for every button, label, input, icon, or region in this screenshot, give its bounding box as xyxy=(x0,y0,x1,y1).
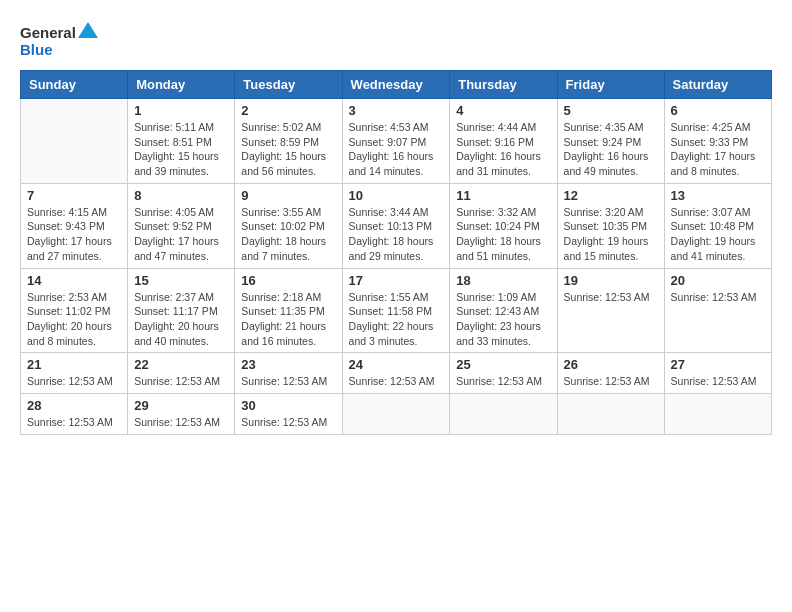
day-cell: 20Sunrise: 12:53 AM xyxy=(664,268,771,353)
day-cell: 21Sunrise: 12:53 AM xyxy=(21,353,128,394)
day-cell: 10Sunrise: 3:44 AM Sunset: 10:13 PM Dayl… xyxy=(342,183,450,268)
day-number: 18 xyxy=(456,273,550,288)
day-number: 5 xyxy=(564,103,658,118)
day-number: 12 xyxy=(564,188,658,203)
calendar-table: SundayMondayTuesdayWednesdayThursdayFrid… xyxy=(20,70,772,435)
day-info: Sunrise: 1:55 AM Sunset: 11:58 PM Daylig… xyxy=(349,290,444,349)
day-number: 7 xyxy=(27,188,121,203)
day-number: 4 xyxy=(456,103,550,118)
day-cell: 28Sunrise: 12:53 AM xyxy=(21,393,128,434)
day-cell: 4Sunrise: 4:44 AM Sunset: 9:16 PM Daylig… xyxy=(450,99,557,184)
day-info: Sunrise: 12:53 AM xyxy=(27,415,121,430)
day-info: Sunrise: 12:53 AM xyxy=(349,374,444,389)
day-cell: 30Sunrise: 12:53 AM xyxy=(235,393,342,434)
day-info: Sunrise: 3:55 AM Sunset: 10:02 PM Daylig… xyxy=(241,205,335,264)
week-row-2: 7Sunrise: 4:15 AM Sunset: 9:43 PM Daylig… xyxy=(21,183,772,268)
day-info: Sunrise: 4:25 AM Sunset: 9:33 PM Dayligh… xyxy=(671,120,765,179)
day-info: Sunrise: 4:05 AM Sunset: 9:52 PM Dayligh… xyxy=(134,205,228,264)
week-row-3: 14Sunrise: 2:53 AM Sunset: 11:02 PM Dayl… xyxy=(21,268,772,353)
col-header-wednesday: Wednesday xyxy=(342,71,450,99)
day-info: Sunrise: 4:15 AM Sunset: 9:43 PM Dayligh… xyxy=(27,205,121,264)
day-cell: 19Sunrise: 12:53 AM xyxy=(557,268,664,353)
day-cell: 15Sunrise: 2:37 AM Sunset: 11:17 PM Dayl… xyxy=(128,268,235,353)
day-number: 20 xyxy=(671,273,765,288)
logo-svg: General Blue xyxy=(20,20,100,60)
week-row-5: 28Sunrise: 12:53 AM29Sunrise: 12:53 AM30… xyxy=(21,393,772,434)
col-header-saturday: Saturday xyxy=(664,71,771,99)
logo: General Blue xyxy=(20,20,100,60)
day-cell: 23Sunrise: 12:53 AM xyxy=(235,353,342,394)
day-cell: 16Sunrise: 2:18 AM Sunset: 11:35 PM Dayl… xyxy=(235,268,342,353)
day-cell: 9Sunrise: 3:55 AM Sunset: 10:02 PM Dayli… xyxy=(235,183,342,268)
day-info: Sunrise: 12:53 AM xyxy=(241,415,335,430)
day-number: 1 xyxy=(134,103,228,118)
day-info: Sunrise: 12:53 AM xyxy=(241,374,335,389)
day-cell: 8Sunrise: 4:05 AM Sunset: 9:52 PM Daylig… xyxy=(128,183,235,268)
day-cell: 26Sunrise: 12:53 AM xyxy=(557,353,664,394)
day-cell: 1Sunrise: 5:11 AM Sunset: 8:51 PM Daylig… xyxy=(128,99,235,184)
day-info: Sunrise: 12:53 AM xyxy=(671,374,765,389)
col-header-thursday: Thursday xyxy=(450,71,557,99)
day-info: Sunrise: 4:53 AM Sunset: 9:07 PM Dayligh… xyxy=(349,120,444,179)
day-cell xyxy=(557,393,664,434)
day-number: 15 xyxy=(134,273,228,288)
day-cell: 17Sunrise: 1:55 AM Sunset: 11:58 PM Dayl… xyxy=(342,268,450,353)
day-info: Sunrise: 1:09 AM Sunset: 12:43 AM Daylig… xyxy=(456,290,550,349)
svg-text:Blue: Blue xyxy=(20,41,53,58)
day-cell: 18Sunrise: 1:09 AM Sunset: 12:43 AM Dayl… xyxy=(450,268,557,353)
day-number: 27 xyxy=(671,357,765,372)
day-number: 3 xyxy=(349,103,444,118)
day-info: Sunrise: 12:53 AM xyxy=(134,374,228,389)
day-number: 22 xyxy=(134,357,228,372)
day-info: Sunrise: 2:53 AM Sunset: 11:02 PM Daylig… xyxy=(27,290,121,349)
day-number: 8 xyxy=(134,188,228,203)
day-number: 2 xyxy=(241,103,335,118)
svg-marker-2 xyxy=(78,22,98,38)
day-info: Sunrise: 12:53 AM xyxy=(564,290,658,305)
day-number: 11 xyxy=(456,188,550,203)
day-number: 24 xyxy=(349,357,444,372)
col-header-monday: Monday xyxy=(128,71,235,99)
day-info: Sunrise: 4:44 AM Sunset: 9:16 PM Dayligh… xyxy=(456,120,550,179)
day-cell: 29Sunrise: 12:53 AM xyxy=(128,393,235,434)
day-cell: 7Sunrise: 4:15 AM Sunset: 9:43 PM Daylig… xyxy=(21,183,128,268)
day-cell: 13Sunrise: 3:07 AM Sunset: 10:48 PM Dayl… xyxy=(664,183,771,268)
day-cell xyxy=(342,393,450,434)
day-info: Sunrise: 3:07 AM Sunset: 10:48 PM Daylig… xyxy=(671,205,765,264)
day-number: 25 xyxy=(456,357,550,372)
days-header-row: SundayMondayTuesdayWednesdayThursdayFrid… xyxy=(21,71,772,99)
day-cell: 14Sunrise: 2:53 AM Sunset: 11:02 PM Dayl… xyxy=(21,268,128,353)
day-cell: 3Sunrise: 4:53 AM Sunset: 9:07 PM Daylig… xyxy=(342,99,450,184)
day-cell: 11Sunrise: 3:32 AM Sunset: 10:24 PM Dayl… xyxy=(450,183,557,268)
day-cell: 24Sunrise: 12:53 AM xyxy=(342,353,450,394)
col-header-tuesday: Tuesday xyxy=(235,71,342,99)
day-cell: 22Sunrise: 12:53 AM xyxy=(128,353,235,394)
day-info: Sunrise: 12:53 AM xyxy=(456,374,550,389)
day-cell xyxy=(21,99,128,184)
day-number: 26 xyxy=(564,357,658,372)
day-number: 19 xyxy=(564,273,658,288)
day-number: 21 xyxy=(27,357,121,372)
day-number: 10 xyxy=(349,188,444,203)
day-number: 28 xyxy=(27,398,121,413)
day-number: 17 xyxy=(349,273,444,288)
day-cell xyxy=(664,393,771,434)
day-info: Sunrise: 12:53 AM xyxy=(27,374,121,389)
day-info: Sunrise: 12:53 AM xyxy=(134,415,228,430)
svg-text:General: General xyxy=(20,24,76,41)
day-number: 16 xyxy=(241,273,335,288)
day-cell xyxy=(450,393,557,434)
day-info: Sunrise: 3:32 AM Sunset: 10:24 PM Daylig… xyxy=(456,205,550,264)
header: General Blue xyxy=(20,20,772,60)
week-row-4: 21Sunrise: 12:53 AM22Sunrise: 12:53 AM23… xyxy=(21,353,772,394)
day-cell: 6Sunrise: 4:25 AM Sunset: 9:33 PM Daylig… xyxy=(664,99,771,184)
day-info: Sunrise: 3:44 AM Sunset: 10:13 PM Daylig… xyxy=(349,205,444,264)
day-number: 14 xyxy=(27,273,121,288)
day-cell: 27Sunrise: 12:53 AM xyxy=(664,353,771,394)
week-row-1: 1Sunrise: 5:11 AM Sunset: 8:51 PM Daylig… xyxy=(21,99,772,184)
day-info: Sunrise: 12:53 AM xyxy=(564,374,658,389)
day-cell: 5Sunrise: 4:35 AM Sunset: 9:24 PM Daylig… xyxy=(557,99,664,184)
day-info: Sunrise: 2:37 AM Sunset: 11:17 PM Daylig… xyxy=(134,290,228,349)
day-info: Sunrise: 2:18 AM Sunset: 11:35 PM Daylig… xyxy=(241,290,335,349)
day-info: Sunrise: 12:53 AM xyxy=(671,290,765,305)
